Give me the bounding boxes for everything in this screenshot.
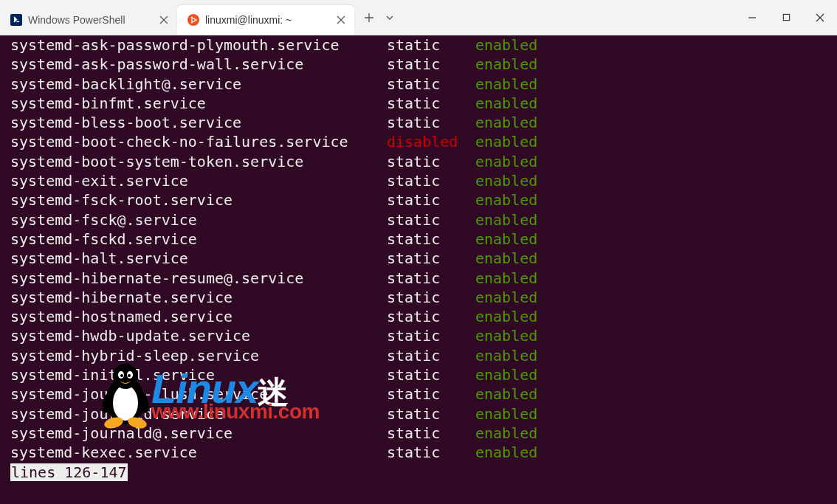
unit-name: systemd-hostnamed.service bbox=[10, 307, 387, 326]
unit-name: systemd-hybrid-sleep.service bbox=[10, 346, 387, 365]
service-row: systemd-binfmt.servicestaticenabled bbox=[1, 94, 836, 113]
vendor-preset: enabled bbox=[475, 75, 537, 94]
unit-state: static bbox=[387, 269, 475, 288]
minimize-button[interactable] bbox=[735, 6, 769, 30]
svg-rect-4 bbox=[783, 14, 789, 20]
vendor-preset: enabled bbox=[475, 326, 537, 345]
unit-state: static bbox=[387, 171, 475, 190]
unit-name: systemd-journald.service bbox=[10, 404, 387, 424]
unit-state: static bbox=[387, 113, 475, 132]
service-row: systemd-hibernate-resume@.servicestatice… bbox=[1, 269, 836, 288]
unit-name: systemd-exit.service bbox=[10, 171, 387, 190]
new-tab-button[interactable] bbox=[357, 6, 381, 30]
service-row: systemd-journald.servicestaticenabled bbox=[1, 404, 836, 424]
vendor-preset: enabled bbox=[475, 404, 537, 424]
maximize-button[interactable] bbox=[769, 6, 803, 30]
unit-state: static bbox=[387, 152, 475, 171]
service-row: systemd-exit.servicestaticenabled bbox=[1, 171, 836, 190]
unit-name: systemd-journal-flush.service bbox=[10, 384, 387, 404]
unit-name: systemd-fsck-root.service bbox=[10, 190, 387, 210]
tab-powershell[interactable]: Windows PowerShell bbox=[0, 5, 177, 35]
unit-name: systemd-hibernate-resume@.service bbox=[10, 269, 387, 288]
unit-name: systemd-hwdb-update.service bbox=[10, 326, 387, 345]
unit-state: static bbox=[387, 307, 475, 326]
unit-name: systemd-hibernate.service bbox=[10, 288, 387, 307]
unit-state: static bbox=[387, 443, 475, 462]
service-row: systemd-kexec.servicestaticenabled bbox=[1, 443, 836, 462]
unit-state: static bbox=[387, 365, 475, 384]
unit-name: systemd-ask-password-wall.service bbox=[10, 55, 387, 74]
vendor-preset: enabled bbox=[475, 94, 537, 113]
unit-state: static bbox=[387, 210, 475, 229]
unit-name: systemd-initctl.service bbox=[10, 365, 387, 384]
unit-state: static bbox=[387, 424, 475, 443]
unit-name: systemd-backlight@.service bbox=[10, 75, 387, 94]
unit-state: static bbox=[387, 229, 475, 249]
terminal-area[interactable]: systemd-ask-password-plymouth.servicesta… bbox=[0, 35, 837, 504]
service-row: systemd-hybrid-sleep.servicestaticenable… bbox=[1, 346, 836, 365]
unit-state: static bbox=[387, 249, 475, 268]
unit-state: disabled bbox=[387, 132, 475, 151]
service-row: systemd-hostnamed.servicestaticenabled bbox=[1, 307, 836, 326]
vendor-preset: enabled bbox=[475, 307, 537, 326]
vendor-preset: enabled bbox=[475, 190, 537, 210]
unit-name: systemd-binfmt.service bbox=[10, 94, 387, 113]
unit-state: static bbox=[387, 35, 475, 55]
unit-state: static bbox=[387, 404, 475, 424]
vendor-preset: enabled bbox=[475, 384, 537, 404]
service-row: systemd-hwdb-update.servicestaticenabled bbox=[1, 326, 836, 345]
unit-state: static bbox=[387, 190, 475, 210]
vendor-preset: enabled bbox=[475, 152, 537, 171]
powershell-icon bbox=[10, 14, 22, 26]
close-icon[interactable] bbox=[334, 13, 348, 27]
vendor-preset: enabled bbox=[475, 443, 537, 462]
unit-state: static bbox=[387, 288, 475, 307]
close-icon[interactable] bbox=[156, 13, 171, 27]
service-row: systemd-bless-boot.servicestaticenabled bbox=[1, 113, 836, 132]
unit-name: systemd-journald@.service bbox=[10, 424, 387, 443]
vendor-preset: enabled bbox=[475, 269, 537, 288]
ubuntu-icon bbox=[187, 14, 199, 26]
service-row: systemd-boot-check-no-failures.servicedi… bbox=[1, 132, 836, 151]
unit-state: static bbox=[387, 55, 475, 74]
service-row: systemd-journal-flush.servicestaticenabl… bbox=[1, 384, 836, 404]
svg-point-0 bbox=[192, 18, 196, 21]
service-row: systemd-halt.servicestaticenabled bbox=[1, 249, 836, 268]
unit-name: systemd-kexec.service bbox=[10, 443, 387, 462]
service-row: systemd-hibernate.servicestaticenabled bbox=[1, 288, 836, 307]
unit-name: systemd-bless-boot.service bbox=[10, 113, 387, 132]
vendor-preset: enabled bbox=[475, 288, 537, 307]
service-row: systemd-fsckd.servicestaticenabled bbox=[1, 229, 836, 249]
tab-ubuntu[interactable]: linuxmi@linuxmi: ~ bbox=[177, 5, 354, 35]
unit-state: static bbox=[387, 384, 475, 404]
close-button[interactable] bbox=[803, 6, 837, 30]
service-row: systemd-ask-password-wall.servicestatice… bbox=[1, 55, 836, 74]
service-row: systemd-fsck@.servicestaticenabled bbox=[1, 210, 836, 229]
vendor-preset: enabled bbox=[475, 55, 537, 74]
svg-point-1 bbox=[196, 18, 197, 20]
vendor-preset: enabled bbox=[475, 210, 537, 229]
vendor-preset: enabled bbox=[475, 346, 537, 365]
service-row: systemd-boot-system-token.servicestatice… bbox=[1, 152, 836, 171]
window-controls bbox=[735, 6, 837, 30]
pager-status: lines 126-147 bbox=[1, 463, 836, 482]
service-row: systemd-fsck-root.servicestaticenabled bbox=[1, 190, 836, 210]
tab-dropdown-button[interactable] bbox=[381, 6, 399, 30]
vendor-preset: enabled bbox=[475, 113, 537, 132]
tab-title: Windows PowerShell bbox=[28, 14, 151, 26]
service-row: systemd-journald@.servicestaticenabled bbox=[1, 424, 836, 443]
unit-state: static bbox=[387, 346, 475, 365]
vendor-preset: enabled bbox=[475, 365, 537, 384]
svg-point-3 bbox=[191, 21, 193, 23]
vendor-preset: enabled bbox=[475, 249, 537, 268]
vendor-preset: enabled bbox=[475, 132, 537, 151]
svg-point-2 bbox=[191, 16, 193, 18]
service-row: systemd-ask-password-plymouth.servicesta… bbox=[1, 35, 836, 55]
vendor-preset: enabled bbox=[475, 35, 537, 55]
unit-name: systemd-fsck@.service bbox=[10, 210, 387, 229]
service-row: systemd-initctl.servicestaticenabled bbox=[1, 365, 836, 384]
vendor-preset: enabled bbox=[475, 424, 537, 443]
tab-title: linuxmi@linuxmi: ~ bbox=[205, 14, 328, 26]
unit-state: static bbox=[387, 94, 475, 113]
vendor-preset: enabled bbox=[475, 229, 537, 249]
